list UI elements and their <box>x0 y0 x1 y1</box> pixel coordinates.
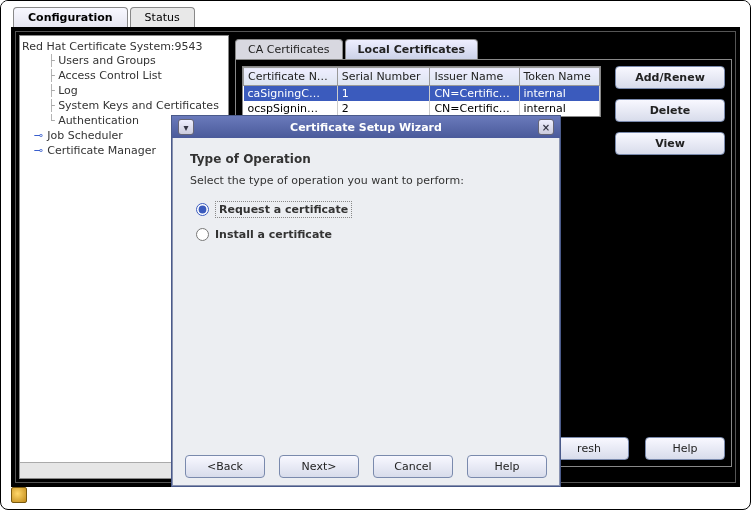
tab-configuration[interactable]: Configuration <box>13 7 128 27</box>
tree-item-acl[interactable]: Access Control List <box>22 68 226 83</box>
certificate-setup-wizard-dialog: ▾ Certificate Setup Wizard × Type of Ope… <box>171 115 561 487</box>
radio-install-input[interactable] <box>196 228 209 241</box>
radio-install-label: Install a certificate <box>215 228 332 241</box>
radio-install-certificate[interactable]: Install a certificate <box>196 228 542 241</box>
cell: ocspSignin… <box>244 101 338 116</box>
certificates-table[interactable]: Certificate N… Serial Number Issuer Name… <box>242 66 601 117</box>
wizard-close-icon[interactable]: × <box>538 119 554 135</box>
radio-request-certificate[interactable]: Request a certificate <box>196 201 542 218</box>
tree-item-users-groups[interactable]: Users and Groups <box>22 53 226 68</box>
col-cert-name[interactable]: Certificate N… <box>244 68 338 86</box>
refresh-button[interactable]: resh <box>549 437 629 460</box>
outer-tab-bar: Configuration Status <box>1 1 750 27</box>
table-row[interactable]: ocspSignin… 2 CN=Certific… internal <box>244 101 600 116</box>
action-button-column: Add/Renew Delete View <box>615 66 725 155</box>
cell: caSigningC… <box>244 86 338 102</box>
main-window: Configuration Status Red Hat Certificate… <box>0 0 751 510</box>
wizard-back-button[interactable]: <Back <box>185 455 265 478</box>
col-token[interactable]: Token Name <box>519 68 599 86</box>
bottom-button-row: resh Help <box>549 437 725 460</box>
add-renew-button[interactable]: Add/Renew <box>615 66 725 89</box>
wizard-next-button[interactable]: Next> <box>279 455 359 478</box>
wizard-collapse-icon[interactable]: ▾ <box>178 119 194 135</box>
wizard-heading: Type of Operation <box>190 152 542 166</box>
cell: CN=Certific… <box>430 101 519 116</box>
wizard-help-button[interactable]: Help <box>467 455 547 478</box>
radio-request-label: Request a certificate <box>215 201 352 218</box>
cell: 2 <box>337 101 430 116</box>
wizard-title: Certificate Setup Wizard <box>290 121 442 134</box>
status-lock-icon <box>11 487 27 503</box>
tab-ca-certificates[interactable]: CA Certificates <box>235 39 343 59</box>
help-button[interactable]: Help <box>645 437 725 460</box>
wizard-body: Type of Operation Select the type of ope… <box>172 138 560 265</box>
tab-local-certificates[interactable]: Local Certificates <box>345 39 478 59</box>
table-row[interactable]: caSigningC… 1 CN=Certific… internal <box>244 86 600 102</box>
cell: CN=Certific… <box>430 86 519 102</box>
col-serial[interactable]: Serial Number <box>337 68 430 86</box>
delete-button[interactable]: Delete <box>615 99 725 122</box>
tree-item-system-keys[interactable]: System Keys and Certificates <box>22 98 226 113</box>
tree-item-log[interactable]: Log <box>22 83 226 98</box>
view-button[interactable]: View <box>615 132 725 155</box>
wizard-footer: <Back Next> Cancel Help <box>172 455 560 478</box>
wizard-cancel-button[interactable]: Cancel <box>373 455 453 478</box>
inner-tab-bar: CA Certificates Local Certificates <box>235 35 732 59</box>
tree-root[interactable]: Red Hat Certificate System:9543 <box>22 40 226 53</box>
col-issuer[interactable]: Issuer Name <box>430 68 519 86</box>
cell: 1 <box>337 86 430 102</box>
wizard-title-bar[interactable]: ▾ Certificate Setup Wizard × <box>172 116 560 138</box>
tab-status[interactable]: Status <box>130 7 195 27</box>
cell: internal <box>519 101 599 116</box>
radio-request-input[interactable] <box>196 203 209 216</box>
wizard-prompt: Select the type of operation you want to… <box>190 174 542 187</box>
cell: internal <box>519 86 599 102</box>
